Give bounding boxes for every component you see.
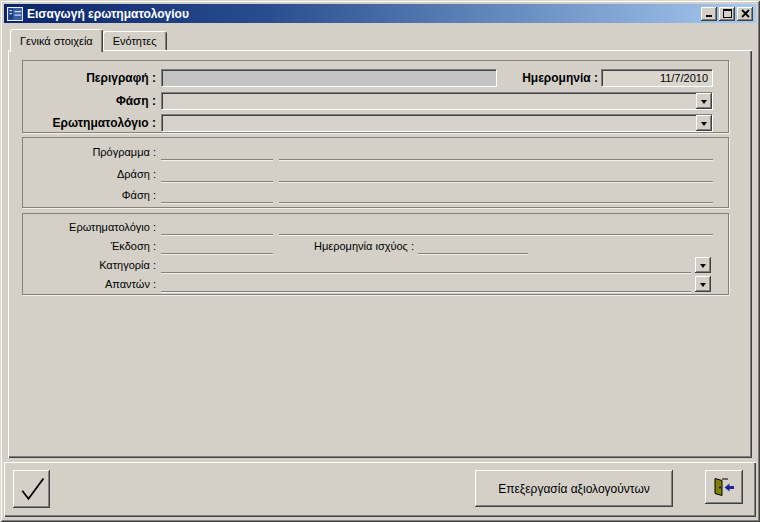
titlebar: Εισαγωγή ερωτηματολογίου bbox=[4, 4, 756, 23]
dialog-window: Εισαγωγή ερωτηματολογίου Γενικά στοιχεία… bbox=[0, 0, 760, 522]
tab-general[interactable]: Γενικά στοιχεία bbox=[10, 29, 103, 52]
action-code-field bbox=[161, 165, 273, 182]
tab-strip: Γενικά στοιχεία Ενότητες bbox=[10, 29, 167, 52]
confirm-button[interactable] bbox=[13, 470, 50, 508]
program-title-field bbox=[279, 143, 713, 160]
close-icon bbox=[741, 9, 750, 18]
exit-button[interactable] bbox=[705, 470, 743, 504]
check-icon bbox=[17, 474, 47, 504]
chevron-down-icon bbox=[701, 100, 707, 104]
questionnaire-code-field bbox=[161, 218, 273, 235]
edit-evaluators-button[interactable]: Επεξεργασία αξιολογούντων bbox=[475, 470, 673, 507]
tab-sections[interactable]: Ενότητες bbox=[103, 31, 167, 50]
questionnaire-combobox[interactable] bbox=[161, 114, 713, 132]
valid-date-field bbox=[418, 237, 528, 254]
main-fields-group: Περιγραφή : Ημερομηνία : Φάση : Ερωτηματ… bbox=[22, 60, 729, 133]
minimize-button[interactable] bbox=[701, 7, 717, 21]
close-button[interactable] bbox=[737, 7, 753, 21]
form-window-icon bbox=[7, 7, 23, 21]
description-label: Περιγραφή : bbox=[25, 69, 156, 87]
questionnaire-label: Ερωτηματολόγιο : bbox=[25, 114, 156, 132]
minimize-icon bbox=[705, 9, 714, 18]
date-label: Ημερομηνία : bbox=[493, 69, 598, 87]
program-phase-code-field bbox=[161, 186, 273, 203]
program-phase-title-field bbox=[279, 186, 713, 203]
action-title-field bbox=[279, 165, 713, 182]
version-field bbox=[161, 237, 273, 254]
program-label: Πρόγραμμα : bbox=[25, 143, 156, 161]
action-label: Δράση : bbox=[25, 165, 156, 183]
footer-bar: Επεξεργασία αξιολογούντων bbox=[4, 462, 756, 517]
maximize-button[interactable] bbox=[719, 7, 735, 21]
window-title: Εισαγωγή ερωτηματολογίου bbox=[27, 7, 699, 21]
questionnaire-detail-label: Ερωτηματολόγιο : bbox=[25, 218, 156, 236]
tab-sections-label: Ενότητες bbox=[113, 35, 157, 47]
tab-page-general: Περιγραφή : Ημερομηνία : Φάση : Ερωτηματ… bbox=[8, 50, 752, 458]
maximize-icon bbox=[723, 9, 732, 18]
valid-date-label: Ημερομηνία ισχύος : bbox=[281, 237, 414, 255]
respondent-field[interactable] bbox=[161, 275, 691, 292]
questionnaire-group: Ερωτηματολόγιο : Έκδοση : Ημερομηνία ισχ… bbox=[22, 213, 729, 295]
category-field[interactable] bbox=[161, 256, 691, 273]
chevron-down-icon bbox=[701, 122, 707, 126]
exit-door-icon bbox=[711, 477, 737, 497]
category-dropdown-button[interactable] bbox=[695, 257, 711, 273]
date-input[interactable] bbox=[601, 69, 713, 87]
phase-label: Φάση : bbox=[25, 92, 156, 110]
tab-general-label: Γενικά στοιχεία bbox=[20, 35, 93, 47]
description-input[interactable] bbox=[161, 69, 497, 87]
phase-dropdown-button[interactable] bbox=[696, 93, 712, 109]
program-code-field bbox=[161, 143, 273, 160]
phase-combobox[interactable] bbox=[161, 92, 713, 110]
respondent-dropdown-button[interactable] bbox=[695, 276, 711, 292]
questionnaire-dropdown-button[interactable] bbox=[696, 115, 712, 131]
category-label: Κατηγορία : bbox=[25, 256, 156, 274]
program-phase-label: Φάση : bbox=[25, 186, 156, 204]
version-label: Έκδοση : bbox=[25, 237, 156, 255]
questionnaire-title-field bbox=[279, 218, 713, 235]
chevron-down-icon bbox=[700, 264, 706, 268]
program-group: Πρόγραμμα : Δράση : Φάση : bbox=[22, 137, 729, 208]
chevron-down-icon bbox=[700, 283, 706, 287]
respondent-label: Απαντών : bbox=[25, 275, 156, 293]
